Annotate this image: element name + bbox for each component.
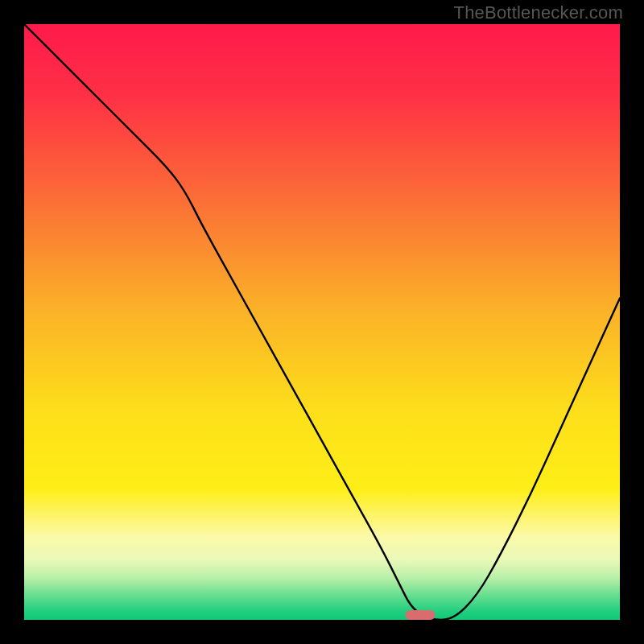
optimum-marker (406, 610, 436, 620)
bottleneck-curve (24, 24, 620, 620)
watermark-text: TheBottlenecker.com (454, 2, 623, 23)
chart-frame: TheBottlenecker.com (0, 0, 644, 644)
plot-area (24, 24, 620, 620)
